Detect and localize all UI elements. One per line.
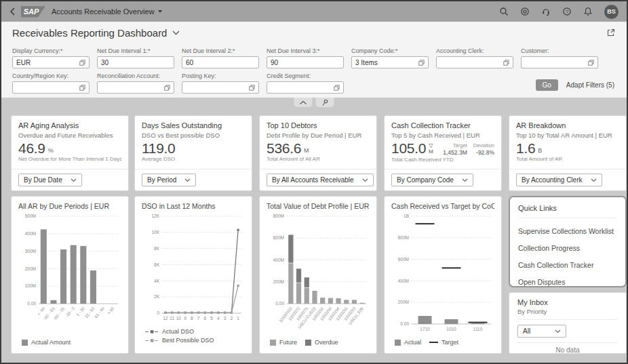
app-title[interactable]: Accounts Receivable Overview	[52, 7, 162, 16]
chart-card-ar-by-due-period[interactable]: All AR by Due Periods | EUR 0.00100M200M…	[11, 196, 129, 354]
dropdown-value: By Period	[147, 176, 176, 184]
filter-input-accounting-clerk[interactable]	[436, 56, 513, 68]
svg-text:10K: 10K	[151, 230, 159, 235]
chart-card-dso-12-months[interactable]: DSO in Last 12 Months 02K4K6K8K10K12K121…	[134, 196, 252, 354]
card-view-dropdown[interactable]: By Accounting Clerk	[516, 174, 602, 186]
ar-by-due-period-chart: 0.00100M200M300M400M500M< -90-90 - -61-6…	[18, 211, 121, 335]
chart-card-cash-vs-target[interactable]: Cash Received vs Target by CoCd. | EUR 0…	[384, 196, 502, 354]
svg-text:400M: 400M	[25, 231, 36, 236]
filter-input-net-due-interval-2[interactable]: 60	[182, 56, 259, 68]
svg-text:200M: 200M	[25, 266, 36, 271]
filter-input-display-currency[interactable]: EUR	[12, 56, 90, 68]
kpi-card-ar-breakdown[interactable]: AR Breakdown Top 10 by Total AR Amount |…	[509, 115, 627, 191]
quick-link-collection-progress[interactable]: Collection Progress	[518, 244, 617, 252]
kpi-card-top-debtors[interactable]: Top 10 Debtors Debt Profile by Due Perio…	[259, 115, 377, 191]
value-help-icon	[249, 85, 255, 91]
dropdown-value: All	[523, 327, 530, 335]
deviation-value: -92.8%	[473, 149, 494, 156]
dropdown-value: By Company Code	[397, 176, 454, 184]
kpi-value: 536.6	[267, 141, 301, 155]
trend-down-icon: ▽	[429, 142, 433, 148]
card-subtitle: DSO vs Best possible DSO	[142, 132, 245, 139]
support-icon[interactable]	[541, 7, 551, 16]
kpi-caption: Total Amount of All AR	[267, 156, 370, 162]
deviation-label: Deviation	[473, 142, 494, 148]
user-avatar[interactable]: BS	[604, 5, 619, 19]
chart-legend: ActualTarget	[391, 339, 494, 346]
svg-text:1110: 1110	[473, 327, 483, 331]
variant-caret-icon[interactable]	[172, 31, 180, 35]
pin-filters-button[interactable]	[316, 98, 334, 107]
collapse-filters-button[interactable]	[294, 98, 313, 107]
adapt-filters-link[interactable]: Adapt Filters (5)	[566, 81, 614, 89]
filter-field-display-currency: Display Currency:*EUR	[12, 47, 90, 68]
card-subtitle: Top 5 by Cash Received | EUR	[391, 132, 494, 139]
filter-bar: Display Currency:*EURNet Due Interval 1:…	[1, 43, 627, 98]
card-view-dropdown[interactable]: By All Accounts Receivable	[267, 174, 374, 186]
quick-link-cash-collection-tracker[interactable]: Cash Collection Tracker	[518, 261, 617, 269]
notifications-icon[interactable]	[583, 7, 593, 16]
kpi-card-ar-aging[interactable]: AR Aging Analysis Overdue and Future Rec…	[11, 115, 129, 191]
svg-text:3: 3	[224, 316, 227, 321]
inbox-priority-dropdown[interactable]: All	[517, 325, 566, 338]
filter-field-country-region-key: Country/Region Key:	[12, 73, 90, 94]
copilot-icon[interactable]	[520, 7, 530, 16]
filter-input-country-region-key[interactable]	[12, 81, 90, 94]
back-button[interactable]	[9, 7, 15, 16]
kpi-card-cash-collection[interactable]: Cash Collection Tracker Top 5 by Cash Re…	[384, 115, 502, 191]
filter-input-customer[interactable]	[521, 56, 598, 68]
my-inbox-card[interactable]: My Inbox By Priority All No data	[509, 292, 627, 354]
kpi-unit: B	[538, 147, 542, 154]
svg-text:6K: 6K	[154, 262, 160, 267]
filter-value: 90	[271, 59, 278, 66]
filter-input-reconciliation-account[interactable]	[97, 81, 174, 94]
filter-field-company-code: Company Code:*3 Items	[351, 47, 429, 68]
svg-text:1010: 1010	[446, 327, 456, 331]
dropdown-value: By Accounting Clerk	[522, 176, 583, 184]
kpi-card-dso[interactable]: Days Sales Outstanding DSO vs Best possi…	[134, 115, 252, 191]
svg-text:500M: 500M	[25, 214, 36, 218]
line-marker-icon	[145, 338, 159, 343]
inbox-subtitle: By Priority	[517, 308, 618, 315]
svg-text:200M: 200M	[273, 279, 284, 284]
line-marker-icon	[145, 329, 159, 334]
filter-input-net-due-interval-3[interactable]: 90	[267, 56, 344, 68]
legend-label: Overdue	[315, 339, 338, 346]
card-view-dropdown[interactable]: By Company Code	[391, 174, 473, 186]
filter-bar-footer	[294, 98, 334, 107]
svg-text:?: ?	[566, 9, 568, 15]
share-icon[interactable]	[606, 28, 616, 37]
square-swatch-icon	[270, 340, 276, 346]
chevron-up-icon	[300, 100, 307, 105]
search-icon[interactable]	[499, 7, 509, 16]
column-ar-breakdown: AR Breakdown Top 10 by Total AR Amount |…	[509, 115, 627, 354]
svg-text:12K: 12K	[151, 214, 159, 218]
help-icon[interactable]: ?	[562, 7, 572, 16]
kpi-unit: %	[48, 147, 54, 154]
go-button[interactable]: Go	[536, 79, 558, 91]
svg-text:0.00: 0.00	[400, 321, 409, 326]
chevron-down-icon	[555, 329, 561, 333]
target-value: 1,452.3M	[443, 149, 467, 156]
chevron-down-icon	[71, 178, 77, 182]
card-view-dropdown[interactable]: By Due Date	[18, 174, 82, 186]
sap-logo[interactable]: SAP	[21, 6, 45, 18]
page-title[interactable]: Receivables Reporting Dashboard	[12, 27, 180, 39]
filter-label: Display Currency:*	[12, 47, 90, 54]
card-view-dropdown[interactable]: By Period	[142, 174, 196, 186]
quick-link-supervise-collections-worklist[interactable]: Supervise Collections Worklist	[518, 227, 617, 235]
legend-item: Target	[429, 339, 458, 346]
filter-label: Accounting Clerk:	[436, 47, 513, 54]
chart-card-debt-profile[interactable]: Total Value of Debt Profile | EUR 0.0020…	[259, 196, 377, 354]
svg-text:5: 5	[210, 316, 213, 321]
filter-input-net-due-interval-1[interactable]: 30	[97, 56, 174, 68]
chart-title: DSO in Last 12 Months	[142, 202, 245, 210]
filter-input-posting-key[interactable]	[182, 81, 259, 94]
quick-link-open-disputes[interactable]: Open Disputes	[518, 278, 617, 286]
filter-input-company-code[interactable]: 3 Items	[351, 56, 429, 68]
svg-text:0: 0	[157, 310, 159, 315]
value-help-icon	[79, 60, 85, 66]
filter-input-credit-segment[interactable]	[267, 81, 344, 94]
legend-label: Actual Amount	[31, 339, 71, 346]
card-subtitle: Top 10 by Total AR Amount | EUR	[516, 132, 619, 139]
